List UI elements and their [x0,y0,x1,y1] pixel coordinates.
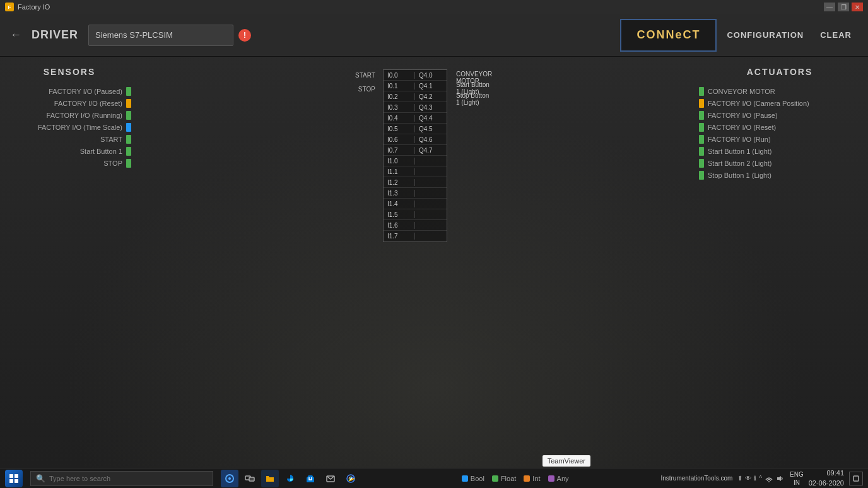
configuration-button[interactable]: CONFIGURATION [717,19,814,52]
actuator-item-stopbtn1: Stop Button 1 (Light) [699,171,860,180]
legend-int-label: Int [532,475,540,482]
legend-float-label: Float [501,475,516,482]
io-input-12: I1.4 [384,200,415,207]
restore-button[interactable]: ❐ [838,3,849,11]
actuator-indicator-reset [699,123,704,132]
io-input-9: I1.1 [384,168,415,175]
io-input-6: I0.6 [384,136,415,143]
legend-any-dot [548,475,554,482]
actuators-title: ACTUATORS [699,67,860,77]
sensors-panel: SENSORS FACTORY I/O (Paused) FACTORY I/O… [0,57,139,468]
actuator-indicator-startbtn2 [699,159,704,168]
sensor-label-timescale: FACTORY I/O (Time Scale) [38,124,122,131]
taskbar-search-box[interactable]: 🔍 [30,471,213,486]
legend-area: Bool Float Int Any [462,475,569,482]
actuator-item-camera: FACTORY I/O (Camera Position) [699,99,860,108]
sys-tray: ⬆ 👁 ℹ ^ [737,475,785,482]
taskbar-icon-cortana[interactable] [221,470,238,487]
taskbar-icon-chrome[interactable] [342,470,360,487]
actuator-indicator-run [699,135,704,144]
start-orb-button[interactable] [5,470,23,487]
io-output-3: Q4.3 [415,104,447,111]
window-controls: — ❐ ✕ [824,3,863,11]
legend-int-dot [524,475,530,482]
taskbar-icon-edge[interactable] [281,470,299,487]
sensor-item-running: FACTORY I/O (Running) [8,111,131,120]
actuator-label-stopbtn1: Stop Button 1 (Light) [708,171,771,179]
svg-rect-2 [9,479,13,483]
sensor-item-startbtn1: Start Button 1 [8,147,131,156]
svg-rect-0 [9,474,13,478]
tray-icon-chevron[interactable]: ^ [759,475,762,482]
main-content: SENSORS FACTORY I/O (Paused) FACTORY I/O… [0,57,868,468]
title-left: F Factory IO [5,3,50,11]
tray-icon-upload[interactable]: ⬆ [737,475,742,482]
volume-icon [776,475,785,482]
clear-button[interactable]: CLEAR [814,19,858,52]
notification-button[interactable] [849,472,863,485]
legend-bool: Bool [462,475,484,482]
lang-code: ENG [790,470,804,479]
io-input-8: I1.0 [384,158,415,165]
sensor-label-running: FACTORY I/O (Running) [47,112,122,119]
sensor-label-start: START [100,136,122,143]
io-output-5: Q4.5 [415,125,447,132]
io-row-14: I1.6 [384,220,447,231]
close-button[interactable]: ✕ [852,3,863,11]
connect-button[interactable]: CONNeCT [620,19,717,52]
io-start-label: START [355,72,375,79]
search-icon: 🔍 [36,474,45,483]
toolbar-right: CONNeCT CONFIGURATION CLEAR [620,19,858,52]
titlebar: F Factory IO — ❐ ✕ [0,0,868,14]
io-right-label-empty-3 [451,125,492,136]
sensor-item-timescale: FACTORY I/O (Time Scale) [8,123,131,132]
taskbar-icon-mail[interactable] [322,470,339,487]
io-output-6: Q4.6 [415,136,447,143]
io-right-labels: CONVEYOR MOTOR Start Button 1 (Light) St… [451,72,492,158]
sensor-indicator-running [126,111,131,120]
back-button[interactable]: ← [10,28,21,42]
svg-rect-1 [15,474,18,478]
io-input-10: I1.2 [384,179,415,186]
io-row-13: I1.5 [384,209,447,220]
sensor-item-reset: FACTORY I/O (Reset) [8,99,131,108]
driver-select[interactable]: Siemens S7-PLCSIM Modbus TCP/IP Client E… [88,25,233,46]
actuator-indicator-conveyor [699,87,704,96]
svg-rect-3 [15,479,18,483]
legend-bool-dot [462,475,468,482]
io-row-4: I0.4 Q4.4 [384,113,447,124]
minimize-button[interactable]: — [824,3,835,11]
sensor-indicator-paused [126,87,131,96]
instrumentation-tools-label: InstrumentationTools.com [660,475,732,482]
sensors-title: SENSORS [8,67,131,77]
actuator-label-reset: FACTORY I/O (Reset) [708,124,776,131]
taskbar-icon-explorer[interactable] [261,470,279,487]
actuator-label-conveyor: CONVEYOR MOTOR [708,88,775,95]
taskbar-app-icons [221,470,360,487]
sensor-item-stop: STOP [8,159,131,168]
tray-icon-monitor[interactable]: 👁 [745,475,751,482]
io-input-15: I1.7 [384,233,415,240]
io-row-8: I1.0 [384,156,447,166]
error-icon[interactable]: ! [238,29,251,42]
clock-date: 02-06-2020 [809,479,844,488]
toolbar: ← DRIVER Siemens S7-PLCSIM Modbus TCP/IP… [0,14,868,57]
io-row-6: I0.6 Q4.6 [384,134,447,145]
actuator-indicator-startbtn1 [699,147,704,156]
taskbar-icon-store[interactable] [302,470,319,487]
io-mapping-table: I0.0 Q4.0 I0.1 Q4.1 I0.2 Q4.2 I0.3 Q4.3 … [383,69,447,242]
taskbar-left: 🔍 [5,470,360,487]
io-input-5: I0.5 [384,125,415,132]
sensor-indicator-stop [126,159,131,168]
io-row-5: I0.5 Q4.5 [384,124,447,134]
search-input[interactable] [49,475,208,482]
taskbar-icon-taskview[interactable] [241,470,259,487]
clock-time: 09:41 [809,468,844,478]
tray-icon-info[interactable]: ℹ [754,475,756,482]
clock-area: 09:41 02-06-2020 [809,468,844,488]
io-input-1: I0.1 [384,83,415,90]
taskbar: 🔍 [0,468,868,488]
sensor-label-reset: FACTORY I/O (Reset) [54,100,122,107]
io-row-0: I0.0 Q4.0 [384,70,447,81]
sensor-indicator-start [126,135,131,144]
